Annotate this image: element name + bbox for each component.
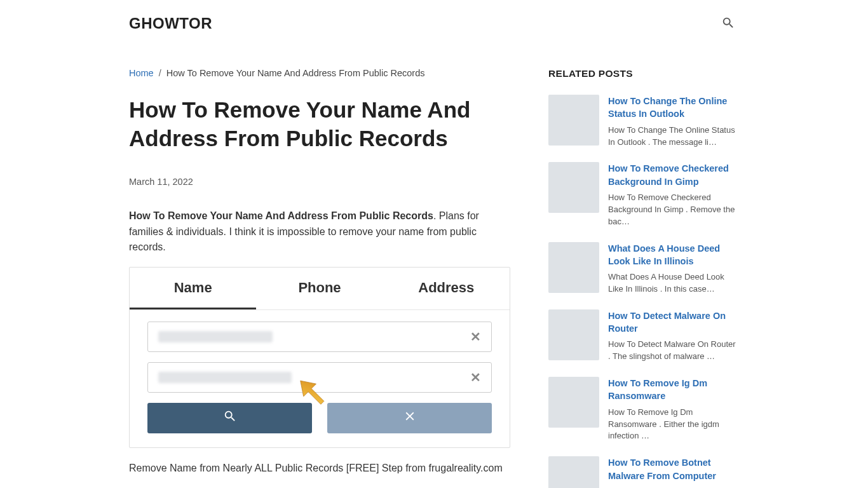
related-excerpt: What Does A House Deed Look Like In Illi… bbox=[608, 271, 739, 295]
related-thumbnail[interactable] bbox=[548, 309, 599, 360]
related-post-link[interactable]: How To Remove Ig Dm Ransomware bbox=[608, 378, 707, 401]
figure-tab-name: Name bbox=[130, 268, 256, 309]
related-posts-heading: RELATED POSTS bbox=[548, 66, 739, 82]
related-thumbnail[interactable] bbox=[548, 242, 599, 293]
close-icon bbox=[403, 409, 417, 428]
site-logo[interactable]: GHOWTOR bbox=[129, 11, 212, 36]
related-thumbnail[interactable] bbox=[548, 95, 599, 146]
figure-tab-address: Address bbox=[383, 268, 510, 309]
related-excerpt: How To Remove Ig Dm Ransomware . Either … bbox=[608, 407, 739, 443]
figure-search-button bbox=[147, 403, 312, 433]
related-post-item: What Does A House Deed Look Like In Illi… bbox=[548, 242, 739, 295]
related-excerpt: How To Remove Checkered Background In Gi… bbox=[608, 192, 739, 228]
search-icon bbox=[223, 409, 237, 428]
figure-input-1: ✕ bbox=[147, 322, 492, 352]
post-date: March 11, 2022 bbox=[129, 175, 510, 189]
related-post-item: How To Remove Checkered Background In Gi… bbox=[548, 162, 739, 227]
related-post-item: How To Detect Malware On Router How To D… bbox=[548, 309, 739, 363]
search-icon bbox=[721, 22, 735, 32]
lead-paragraph: How To Remove Your Name And Address From… bbox=[129, 208, 510, 255]
breadcrumb-current: How To Remove Your Name And Address From… bbox=[166, 68, 425, 78]
search-button[interactable] bbox=[717, 12, 739, 36]
related-post-link[interactable]: What Does A House Deed Look Like In Illi… bbox=[608, 243, 720, 266]
figure-caption: Remove Name from Nearly ALL Public Recor… bbox=[129, 461, 510, 477]
related-post-item: How To Remove Ig Dm Ransomware How To Re… bbox=[548, 377, 739, 442]
related-thumbnail[interactable] bbox=[548, 162, 599, 213]
related-thumbnail[interactable] bbox=[548, 456, 599, 488]
figure-cancel-button bbox=[327, 403, 492, 433]
related-post-item: How To Remove Botnet Malware From Comput… bbox=[548, 456, 739, 488]
blurred-text bbox=[158, 331, 273, 342]
related-post-link[interactable]: How To Remove Checkered Background In Gi… bbox=[608, 163, 729, 186]
page-title: How To Remove Your Name And Address From… bbox=[129, 95, 510, 153]
related-post-item: How To Change The Online Status In Outlo… bbox=[548, 95, 739, 148]
breadcrumb-separator: / bbox=[159, 68, 161, 78]
related-excerpt: How To Change The Online Status In Outlo… bbox=[608, 125, 739, 149]
related-post-link[interactable]: How To Change The Online Status In Outlo… bbox=[608, 96, 727, 119]
clear-icon: ✕ bbox=[470, 367, 481, 388]
article-figure-1: Name Phone Address ✕ ✕ bbox=[129, 267, 510, 448]
related-post-link[interactable]: How To Detect Malware On Router bbox=[608, 311, 726, 334]
lead-strong: How To Remove Your Name And Address From… bbox=[129, 210, 433, 221]
breadcrumb: Home / How To Remove Your Name And Addre… bbox=[129, 66, 510, 81]
related-post-link[interactable]: How To Remove Botnet Malware From Comput… bbox=[608, 458, 716, 480]
related-excerpt: How To Detect Malware On Router . The sl… bbox=[608, 339, 739, 363]
figure-tab-phone: Phone bbox=[256, 268, 383, 309]
clear-icon: ✕ bbox=[470, 327, 481, 347]
breadcrumb-home-link[interactable]: Home bbox=[129, 68, 154, 78]
blurred-text bbox=[158, 372, 292, 383]
related-thumbnail[interactable] bbox=[548, 377, 599, 428]
